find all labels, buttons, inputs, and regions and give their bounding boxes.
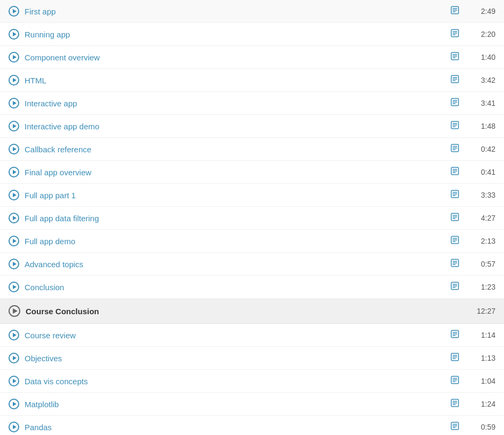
section-header[interactable]: Course Conclusion 12:27	[0, 299, 504, 324]
section-play-icon	[9, 305, 20, 317]
lesson-title: HTML	[25, 76, 450, 85]
lesson-title: Full app data filtering	[25, 214, 450, 223]
doc-icon	[450, 352, 460, 364]
doc-icon	[450, 28, 460, 40]
lesson-duration: 2:20	[469, 30, 495, 38]
lesson-duration: 1:48	[469, 122, 495, 130]
lesson-duration: 1:23	[469, 283, 495, 291]
play-button[interactable]	[9, 282, 19, 292]
lesson-duration: 1:13	[469, 354, 495, 362]
play-button[interactable]	[9, 353, 19, 363]
doc-icon	[450, 74, 460, 86]
lesson-row[interactable]: Objectives 1:13	[0, 347, 504, 370]
play-button[interactable]	[9, 399, 19, 409]
section-title: Course Conclusion	[26, 307, 469, 316]
lesson-title: First app	[25, 7, 450, 16]
lesson-row[interactable]: Pandas 0:59	[0, 416, 504, 435]
lesson-title: Interactive app demo	[25, 122, 450, 131]
lesson-row[interactable]: Interactive app 3:41	[0, 92, 504, 115]
play-button[interactable]	[9, 6, 19, 17]
lesson-title: Conclusion	[25, 283, 450, 292]
lesson-title: Full app part 1	[25, 191, 450, 200]
course-list: First app 2:49 Running app 2:20 Componen…	[0, 0, 504, 435]
lesson-row[interactable]: Course review 1:14	[0, 324, 504, 347]
lesson-title: Running app	[25, 30, 450, 39]
lesson-title: Advanced topics	[25, 260, 450, 269]
doc-icon	[450, 5, 460, 17]
doc-icon	[450, 120, 460, 132]
lesson-duration: 0:59	[469, 423, 495, 431]
lesson-row[interactable]: HTML 3:42	[0, 69, 504, 92]
lesson-duration: 4:27	[469, 214, 495, 222]
lesson-duration: 1:14	[469, 331, 495, 339]
doc-icon	[450, 398, 460, 410]
doc-icon	[450, 97, 460, 109]
lesson-row[interactable]: Full app demo 2:13	[0, 230, 504, 253]
doc-icon	[450, 51, 460, 63]
lesson-duration: 2:49	[469, 7, 495, 15]
doc-icon	[450, 258, 460, 270]
play-button[interactable]	[9, 98, 19, 108]
doc-icon	[450, 421, 460, 433]
lesson-title: Pandas	[25, 423, 450, 432]
lesson-row[interactable]: Matplotlib 1:24	[0, 393, 504, 416]
lesson-title: Matplotlib	[25, 400, 450, 409]
lesson-title: Component overview	[25, 53, 450, 62]
lesson-title: Callback reference	[25, 145, 450, 154]
doc-icon	[450, 281, 460, 293]
doc-icon	[450, 143, 460, 155]
play-button[interactable]	[9, 213, 19, 223]
doc-icon	[450, 166, 460, 178]
lesson-title: Data vis concepts	[25, 377, 450, 386]
lesson-row[interactable]: Data vis concepts 1:04	[0, 370, 504, 393]
lesson-row[interactable]: Advanced topics 0:57	[0, 253, 504, 276]
lesson-title: Full app demo	[25, 237, 450, 246]
lesson-duration: 3:33	[469, 191, 495, 199]
play-button[interactable]	[9, 167, 19, 177]
lesson-duration: 0:57	[469, 260, 495, 268]
lesson-duration: 1:04	[469, 377, 495, 385]
play-button[interactable]	[9, 190, 19, 200]
lesson-duration: 0:41	[469, 168, 495, 176]
lesson-duration: 3:42	[469, 76, 495, 84]
play-button[interactable]	[9, 236, 19, 246]
doc-icon	[450, 329, 460, 341]
play-button[interactable]	[9, 422, 19, 432]
play-button[interactable]	[9, 52, 19, 63]
lesson-row[interactable]: First app 2:49	[0, 0, 504, 23]
play-button[interactable]	[9, 330, 19, 340]
play-button[interactable]	[9, 29, 19, 40]
lesson-row[interactable]: Callback reference 0:42	[0, 138, 504, 161]
lesson-duration: 1:24	[469, 400, 495, 408]
lesson-duration: 1:40	[469, 53, 495, 61]
play-button[interactable]	[9, 259, 19, 269]
lesson-row[interactable]: Full app part 1 3:33	[0, 184, 504, 207]
lesson-row[interactable]: Conclusion 1:23	[0, 276, 504, 299]
doc-icon	[450, 235, 460, 247]
play-button[interactable]	[9, 376, 19, 386]
section-duration: 12:27	[469, 307, 495, 315]
lesson-duration: 0:42	[469, 145, 495, 153]
lesson-duration: 2:13	[469, 237, 495, 245]
play-button[interactable]	[9, 121, 19, 131]
lesson-title: Final app overview	[25, 168, 450, 177]
lesson-duration: 3:41	[469, 99, 495, 107]
doc-icon	[450, 212, 460, 224]
lesson-title: Interactive app	[25, 99, 450, 108]
play-button[interactable]	[9, 144, 19, 154]
play-button[interactable]	[9, 75, 19, 86]
lesson-row[interactable]: Full app data filtering 4:27	[0, 207, 504, 230]
lesson-title: Course review	[25, 331, 450, 340]
lesson-title: Objectives	[25, 354, 450, 363]
lesson-row[interactable]: Component overview 1:40	[0, 46, 504, 69]
doc-icon	[450, 375, 460, 387]
doc-icon	[450, 189, 460, 201]
lesson-row[interactable]: Final app overview 0:41	[0, 161, 504, 184]
lesson-row[interactable]: Interactive app demo 1:48	[0, 115, 504, 138]
lesson-row[interactable]: Running app 2:20	[0, 23, 504, 46]
